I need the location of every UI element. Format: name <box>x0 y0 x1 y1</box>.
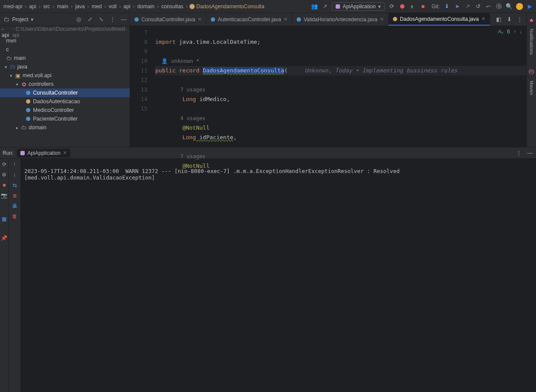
crumb[interactable]: med <box>91 3 102 10</box>
crumb[interactable]: api <box>123 3 131 10</box>
tree-item-selected[interactable]: ConsultaController <box>0 88 130 97</box>
history-icon[interactable]: ↺ <box>474 3 481 10</box>
up-icon[interactable]: ↑ <box>13 161 16 167</box>
down-icon[interactable]: ⬇ <box>506 16 513 23</box>
tree-item[interactable]: ▾🗀 java <box>0 62 130 71</box>
collapse-icon[interactable]: ⤡ <box>98 16 105 23</box>
close-icon[interactable]: ✕ <box>481 16 485 22</box>
pin-icon[interactable]: 📌 <box>1 235 7 241</box>
line-number[interactable]: 12 <box>130 75 147 85</box>
stop-icon[interactable]: ■ <box>419 3 426 10</box>
avatar[interactable] <box>516 3 523 10</box>
git-commit-icon[interactable]: ➤ <box>454 3 461 10</box>
notifications-icon[interactable]: ♣ <box>528 16 535 23</box>
crumb[interactable]: consultas <box>160 3 184 10</box>
typo-icon: Aₐ <box>498 29 503 35</box>
close-icon[interactable]: ✕ <box>284 16 288 22</box>
line-number[interactable]: 7 <box>130 28 147 37</box>
translate-icon[interactable]: ⓐ <box>495 3 502 10</box>
search-icon[interactable]: 🔍 <box>506 3 513 10</box>
camera-icon[interactable]: 📷 <box>1 193 7 199</box>
author-hint[interactable]: 👤 unknown * <box>155 58 199 64</box>
print-icon[interactable]: 🖶 <box>12 203 17 209</box>
tree-item[interactable]: ▾✿ controllers <box>0 80 130 88</box>
crumb[interactable]: api <box>28 3 37 10</box>
wrap-icon[interactable]: ⇆ <box>13 182 17 188</box>
usages-hint[interactable]: 7 usages <box>155 87 206 93</box>
up-icon[interactable]: ↑ <box>513 29 516 35</box>
line-number[interactable]: 13 <box>130 85 147 95</box>
more-icon[interactable]: ⋮ <box>109 16 116 23</box>
line-number[interactable]: 11 <box>130 66 147 75</box>
rerun-icon[interactable]: ⟳ <box>2 161 7 167</box>
split-icon[interactable]: ◧ <box>495 16 502 23</box>
crumb[interactable]: voll <box>108 3 118 10</box>
tab-valida-horario[interactable]: ValidaHorarioAntecedencia.java ✕ <box>292 13 389 26</box>
build-icon[interactable]: ⟳ <box>388 3 395 10</box>
tree-label: MedicoController <box>33 107 74 113</box>
line-number[interactable]: 15 <box>130 104 147 114</box>
down-icon[interactable]: ↓ <box>13 172 16 178</box>
tree-item[interactable]: ▾▣ med.voll.api <box>0 71 130 80</box>
tab-autenticacao-controller[interactable]: AutenticacaoController.java ✕ <box>206 13 292 26</box>
run-configuration-selector[interactable]: ApiApplication ▾ <box>332 2 385 11</box>
tab-consulta-controller[interactable]: ConsultaController.java ✕ <box>130 13 206 26</box>
chevron-down-icon[interactable]: ▾ <box>31 16 33 23</box>
line-number[interactable]: 9 <box>130 47 147 56</box>
record-icon <box>26 99 30 104</box>
tree-item[interactable]: 🗀 main <box>0 54 130 62</box>
crumb[interactable]: main <box>56 3 69 10</box>
ide-services-icon[interactable]: ▶ <box>526 3 533 10</box>
tree-item[interactable]: PacienteController <box>0 114 130 123</box>
run-icon[interactable]: ⏵ <box>409 3 416 10</box>
layout-icon[interactable]: ▦ <box>2 216 7 222</box>
line-number[interactable]: 10 <box>130 56 147 66</box>
crumb-current[interactable]: DadosAgendamentoConsulta <box>190 3 265 10</box>
stop-icon[interactable]: ■ <box>3 182 6 188</box>
users-icon[interactable]: 👥 <box>311 3 318 10</box>
tree-root[interactable]: -api - C:\Users\Gibran\Documents\Projeto… <box>0 28 130 36</box>
clear-icon[interactable]: 🗑 <box>12 213 17 219</box>
tree-item[interactable]: ▸🗀 domain <box>0 123 130 132</box>
close-icon[interactable]: ✕ <box>198 16 202 22</box>
scroll-icon[interactable]: ≣ <box>13 193 17 199</box>
maven-label[interactable]: Maven <box>529 81 534 95</box>
code-editor[interactable]: 7 8 9 10 11 12 13 14 15 import java.time… <box>130 26 526 147</box>
crumb[interactable]: java <box>74 3 85 10</box>
notifications-label[interactable]: Notifications <box>529 29 534 55</box>
line-number[interactable]: 14 <box>130 95 147 104</box>
tree-item[interactable]: DadosAutenticacao <box>0 97 130 106</box>
expand-icon[interactable]: ⤢ <box>86 16 93 23</box>
crumb[interactable]: med-api <box>3 3 23 10</box>
tab-dados-agendamento[interactable]: DadosAgendamentoConsulta.java ✕ <box>389 13 490 26</box>
code-content[interactable]: import java.time.LocalDateTime; 👤 unknow… <box>155 26 526 147</box>
minimize-icon[interactable]: — <box>120 16 127 23</box>
tree-item[interactable]: c <box>0 45 130 54</box>
maven-icon[interactable]: ⓜ <box>528 69 535 75</box>
git-push-icon[interactable]: ↗ <box>464 3 471 10</box>
rocket-icon[interactable]: ↗ <box>321 3 328 10</box>
usages-hint[interactable]: 7 usages <box>155 154 206 160</box>
more-icon[interactable]: ⋮ <box>516 16 523 23</box>
tree-item[interactable]: MedicoController <box>0 106 130 114</box>
settings-icon[interactable]: ⚙ <box>2 172 7 178</box>
down-icon[interactable]: ↓ <box>520 29 522 35</box>
usages-hint[interactable]: 4 usages <box>155 115 206 121</box>
close-icon[interactable]: ✕ <box>380 16 384 22</box>
breadcrumb[interactable]: med-api› api› src› main› java› med› voll… <box>3 3 265 10</box>
target-icon[interactable]: ◎ <box>75 16 82 23</box>
crumb[interactable]: src <box>42 3 51 10</box>
git-update-icon[interactable]: ⬇ <box>443 3 450 10</box>
project-tree[interactable]: -api - C:\Users\Gibran\Documents\Projeto… <box>0 26 130 134</box>
rollback-icon[interactable]: ⤺ <box>485 3 492 10</box>
close-icon[interactable]: ✕ <box>63 150 67 156</box>
inspection-widget[interactable]: Aₐ 6 ↑ ↓ <box>498 29 522 35</box>
gutter[interactable]: 7 8 9 10 11 12 13 14 15 <box>130 26 155 147</box>
vcs-inlay[interactable]: Unknown, Today • Implementing bussiness … <box>304 67 457 74</box>
console-output[interactable]: 2023-05-17T14:24:08.211-03:00 WARN 12372… <box>21 159 536 392</box>
run-tab[interactable]: ApiApplication ✕ <box>17 149 70 157</box>
line-number[interactable]: 8 <box>130 37 147 47</box>
crumb[interactable]: domain <box>137 3 155 10</box>
minimize-icon[interactable]: — <box>526 150 533 157</box>
debug-icon[interactable]: ⬢ <box>399 3 405 10</box>
